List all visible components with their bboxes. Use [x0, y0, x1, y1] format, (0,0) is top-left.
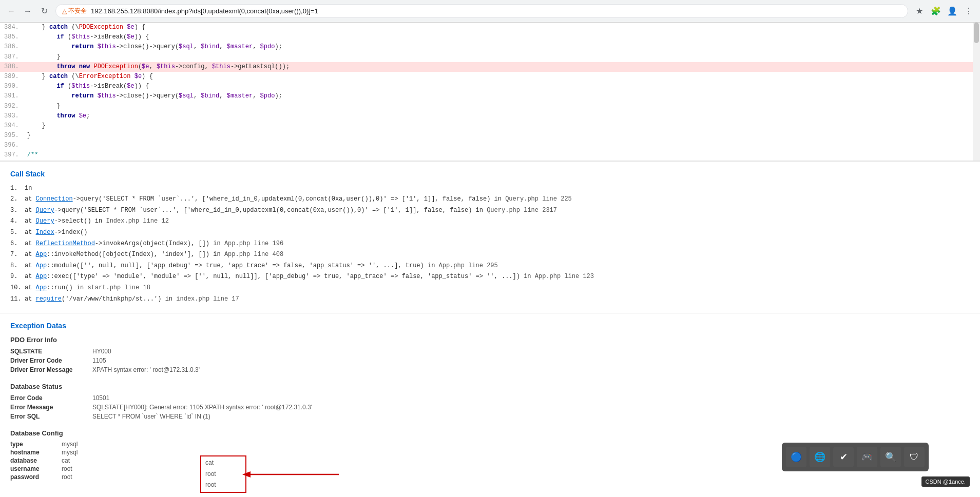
row-label: Driver Error Code	[10, 356, 92, 365]
stack-num: 6.	[10, 238, 23, 250]
call-stack-title: Call Stack	[10, 170, 970, 178]
call-stack-item: 8. at App::module(['', null, null], ['ap…	[10, 261, 970, 272]
call-stack-item: 3. at Query->query('SELECT * FROM `user`…	[10, 205, 970, 216]
code-line: 392. }	[0, 102, 980, 111]
stack-link[interactable]: App	[36, 262, 47, 269]
stack-link[interactable]: App	[36, 251, 47, 258]
line-content: } catch (\PDOException $e) {	[27, 23, 145, 32]
stack-text: at App::exec(['type' => 'module', 'modul…	[25, 271, 594, 283]
code-line: 394. }	[0, 121, 980, 131]
stack-link[interactable]: ReflectionMethod	[36, 240, 95, 247]
table-row: Error Code10501	[10, 393, 970, 403]
db-config-row: passwordroot	[10, 473, 78, 481]
stack-link[interactable]: Query	[36, 217, 54, 225]
db-config-row: usernameroot	[10, 465, 78, 473]
stack-file: Query.php line 225	[505, 195, 572, 203]
taskbar-icon-4[interactable]: 🎮	[857, 447, 877, 467]
menu-icon[interactable]: ⋮	[962, 4, 976, 18]
back-button[interactable]: ←	[4, 4, 18, 18]
red-highlight-box: catrootroot	[200, 455, 246, 493]
scrollbar-track[interactable]	[973, 23, 980, 161]
call-stack-section: Call Stack 1. in 2. at Connection->query…	[0, 162, 980, 314]
taskbar-icon-5[interactable]: 🔍	[880, 447, 901, 467]
code-line: 386. return $this->close()->query($sql, …	[0, 42, 980, 52]
stack-link[interactable]: App	[36, 284, 47, 291]
stack-text: in	[25, 183, 32, 194]
db-config-row: typemysql	[10, 440, 78, 448]
code-line: 390. if ($this->isBreak($e)) {	[0, 82, 980, 91]
forward-button[interactable]: →	[21, 4, 35, 18]
line-number: 384.	[4, 23, 27, 32]
code-line: 395.}	[0, 131, 980, 141]
highlighted-value: root	[205, 469, 241, 480]
scrollbar-thumb[interactable]	[974, 23, 979, 43]
line-content: throw $e;	[27, 111, 90, 121]
db-label: password	[10, 473, 62, 481]
stack-text: at App::module(['', null, null], ['app_d…	[25, 261, 498, 272]
db-label: database	[10, 456, 62, 465]
stack-file: Index.php line 12	[106, 217, 168, 225]
call-stack-item: 6. at ReflectionMethod->invokeArgs(objec…	[10, 238, 970, 250]
stack-text: at Connection->query('SELECT * FROM `use…	[25, 194, 572, 205]
line-content: if ($this->isBreak($e)) {	[27, 82, 149, 91]
toolbar-icons: ★ 🧩 👤 ⋮	[912, 4, 976, 18]
address-bar[interactable]: △ 不安全 192.168.255.128:8080/index.php?ids…	[55, 4, 908, 18]
line-number: 397.	[4, 150, 27, 160]
stack-text: at App::invokeMethod([object(Index), 'in…	[25, 249, 283, 261]
line-content: } catch (\ErrorException $e) {	[27, 72, 153, 82]
row-value: HY000	[92, 347, 970, 356]
row-label: Error SQL	[10, 412, 92, 421]
taskbar-icon-2[interactable]: 🌐	[810, 447, 830, 467]
table-row: SQLSTATEHY000	[10, 347, 970, 356]
line-content: return $this->close()->query($sql, $bind…	[27, 42, 282, 52]
code-line: 384. } catch (\PDOException $e) {	[0, 23, 980, 32]
row-value: SQLSTATE[HY000]: General error: 1105 XPA…	[92, 403, 970, 412]
line-content: throw new PDOException($e, $this->config…	[27, 62, 290, 72]
stack-num: 2.	[10, 194, 23, 205]
line-number: 395.	[4, 131, 27, 141]
call-stack-item: 9. at App::exec(['type' => 'module', 'mo…	[10, 271, 970, 283]
stack-num: 11.	[10, 294, 23, 305]
stack-num: 4.	[10, 216, 23, 227]
stack-link[interactable]: Connection	[36, 195, 73, 203]
db-label: username	[10, 465, 62, 473]
code-line: 397./**	[0, 150, 980, 160]
call-stack-item: 2. at Connection->query('SELECT * FROM `…	[10, 194, 970, 205]
stack-file: App.php line 408	[224, 251, 283, 258]
stack-file: Query.php line 2317	[487, 207, 557, 214]
stack-num: 7.	[10, 249, 23, 261]
stack-num: 9.	[10, 271, 23, 283]
db-value: root	[62, 465, 78, 473]
call-stack-item: 11. at require('/var/www/thinkphp/st...'…	[10, 294, 970, 305]
call-stack-item: 1. in	[10, 183, 970, 194]
taskbar-icon-6[interactable]: 🛡	[904, 447, 925, 467]
stack-file: App.php line 196	[224, 240, 283, 247]
table-row: Error SQLSELECT * FROM `user` WHERE `id`…	[10, 412, 970, 421]
taskbar-icon-3[interactable]: ✔	[833, 447, 854, 467]
bookmarks-icon[interactable]: ★	[912, 4, 927, 18]
stack-text: at ReflectionMethod->invokeArgs(object(I…	[25, 238, 283, 250]
db-config-table: typemysqlhostnamemysqldatabasecatusernam…	[10, 440, 78, 481]
line-number: 391.	[4, 91, 27, 101]
row-value: 1105	[92, 356, 970, 365]
stack-link[interactable]: App	[36, 273, 47, 280]
security-warning-icon: △ 不安全	[62, 7, 87, 15]
stack-link[interactable]: Index	[36, 229, 54, 236]
call-stack-item: 7. at App::invokeMethod([object(Index), …	[10, 249, 970, 261]
table-row: Driver Error Code1105	[10, 356, 970, 365]
code-line: 388. throw new PDOException($e, $this->c…	[0, 62, 980, 72]
line-content: }	[27, 121, 46, 131]
pdo-error-table: SQLSTATEHY000Driver Error Code1105Driver…	[10, 347, 970, 374]
reload-button[interactable]: ↻	[37, 4, 51, 18]
profile-icon[interactable]: 👤	[945, 4, 959, 18]
line-number: 390.	[4, 82, 27, 91]
taskbar-icon-1[interactable]: 🔵	[786, 447, 806, 467]
line-number: 389.	[4, 72, 27, 82]
stack-file: App.php line 295	[439, 262, 498, 269]
browser-chrome: ← → ↻ △ 不安全 192.168.255.128:8080/index.p…	[0, 0, 980, 23]
extensions-icon[interactable]: 🧩	[929, 4, 943, 18]
stack-link[interactable]: Query	[36, 207, 54, 214]
stack-text: at require('/var/www/thinkphp/st...') in…	[25, 294, 239, 305]
stack-link[interactable]: require	[36, 295, 62, 303]
line-content: /**	[27, 150, 39, 160]
